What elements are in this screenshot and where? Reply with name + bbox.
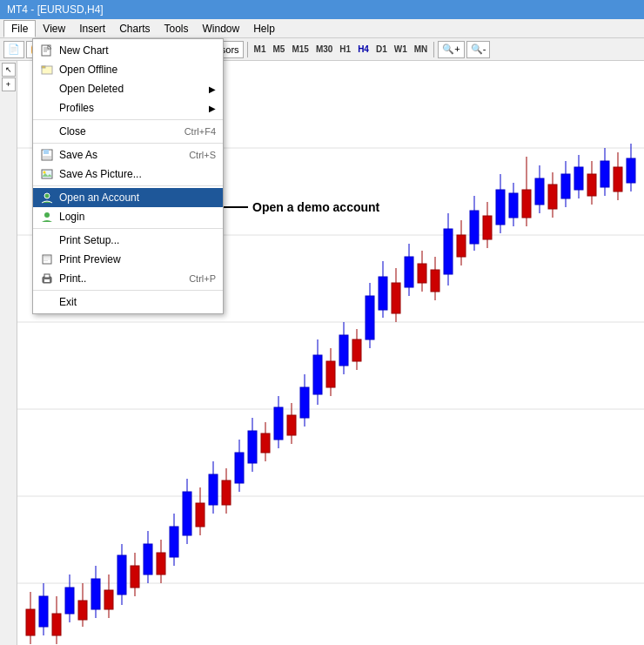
print-setup-label: Print Setup... <box>59 234 119 246</box>
annotation: Open a demo account <box>213 200 379 214</box>
menu-item-new-chart[interactable]: New Chart <box>33 41 223 60</box>
new-chart-icon <box>40 44 54 57</box>
svg-rect-77 <box>483 216 492 239</box>
svg-rect-63 <box>392 283 400 313</box>
profiles-icon <box>40 101 54 115</box>
menu-bar: File View Insert Charts Tools Window Hel… <box>0 19 644 38</box>
svg-rect-117 <box>44 259 50 259</box>
svg-rect-21 <box>117 555 126 595</box>
separator-4 <box>33 228 223 229</box>
menu-item-print[interactable]: Print.. Ctrl+P <box>33 269 223 288</box>
tf-m30[interactable]: M30 <box>313 44 335 55</box>
crosshair-btn[interactable]: + <box>2 77 16 91</box>
tf-d1[interactable]: D1 <box>373 44 390 55</box>
svg-rect-97 <box>614 167 622 191</box>
separator-1 <box>33 119 223 120</box>
annotation-text: Open a demo account <box>252 200 379 214</box>
svg-rect-118 <box>44 260 48 261</box>
close-label: Close <box>59 125 86 138</box>
menu-insert[interactable]: Insert <box>72 21 112 37</box>
open-account-icon <box>40 191 54 205</box>
svg-rect-31 <box>183 492 191 535</box>
menu-tools[interactable]: Tools <box>158 21 196 37</box>
file-menu: New Chart Open Offline Open Deleted ▶ Pr… <box>32 38 224 314</box>
svg-rect-29 <box>170 527 178 557</box>
print-setup-icon <box>40 233 54 247</box>
svg-rect-83 <box>522 190 531 218</box>
menu-file[interactable]: File <box>3 20 36 37</box>
svg-rect-109 <box>43 156 51 159</box>
close-shortcut: Ctrl+F4 <box>184 126 216 137</box>
print-shortcut: Ctrl+P <box>189 273 216 284</box>
svg-rect-116 <box>44 256 50 258</box>
menu-charts[interactable]: Charts <box>112 21 157 37</box>
toolbar-new-chart[interactable]: 📄 <box>3 41 24 58</box>
svg-rect-13 <box>65 588 74 614</box>
menu-item-save-as[interactable]: Save As Ctrl+S <box>33 145 223 165</box>
tf-m5[interactable]: M5 <box>271 44 288 55</box>
svg-rect-39 <box>235 453 244 483</box>
svg-rect-19 <box>104 590 113 609</box>
tf-m1[interactable]: M1 <box>252 44 269 55</box>
svg-rect-47 <box>287 415 296 435</box>
svg-rect-7 <box>26 609 35 635</box>
separator3 <box>247 42 248 57</box>
title-text: MT4 - [EURUSD,H4] <box>7 3 104 16</box>
svg-rect-43 <box>261 433 270 453</box>
svg-rect-57 <box>352 339 361 361</box>
menu-item-open-account[interactable]: Open an Account <box>33 188 223 207</box>
tf-h4[interactable]: H4 <box>355 44 372 55</box>
menu-window[interactable]: Window <box>196 21 247 37</box>
menu-item-login[interactable]: Login <box>33 207 223 226</box>
zoom-in-btn[interactable]: 🔍+ <box>438 41 464 58</box>
separator-2 <box>33 143 223 144</box>
svg-rect-59 <box>366 296 374 339</box>
menu-view[interactable]: View <box>36 21 72 37</box>
menu-item-exit[interactable]: Exit <box>33 292 223 312</box>
svg-rect-49 <box>300 387 309 418</box>
print-preview-label: Print Preview <box>59 253 121 265</box>
exit-label: Exit <box>59 296 77 308</box>
close-menu-icon <box>40 124 54 138</box>
svg-rect-81 <box>509 193 518 218</box>
menu-item-open-offline[interactable]: Open Offline <box>33 60 223 79</box>
tf-h1[interactable]: H1 <box>337 44 353 55</box>
menu-help[interactable]: Help <box>246 21 282 37</box>
menu-item-save-as-picture[interactable]: Save As Picture... <box>33 165 223 184</box>
save-as-shortcut: Ctrl+S <box>189 150 216 160</box>
svg-rect-9 <box>39 596 48 627</box>
zoom-out-btn[interactable]: 🔍- <box>466 41 491 58</box>
open-offline-label: Open Offline <box>59 64 117 76</box>
svg-rect-95 <box>600 161 609 187</box>
menu-item-profiles[interactable]: Profiles ▶ <box>33 98 223 118</box>
svg-rect-17 <box>91 579 100 609</box>
svg-rect-11 <box>52 614 61 635</box>
tf-mn[interactable]: MN <box>412 44 431 55</box>
svg-rect-79 <box>496 190 505 225</box>
svg-rect-108 <box>44 150 49 154</box>
print-icon <box>40 272 54 286</box>
open-offline-icon <box>40 63 54 77</box>
svg-rect-110 <box>42 170 52 178</box>
svg-rect-35 <box>209 474 218 505</box>
tf-m15[interactable]: M15 <box>289 44 311 55</box>
cursor-btn[interactable]: ↖ <box>2 63 16 77</box>
svg-rect-33 <box>196 503 205 527</box>
separator-3 <box>33 185 223 186</box>
svg-rect-23 <box>131 566 139 588</box>
svg-rect-120 <box>44 274 50 278</box>
svg-rect-73 <box>457 235 466 257</box>
svg-rect-89 <box>561 174 570 198</box>
menu-item-print-preview[interactable]: Print Preview <box>33 250 223 269</box>
svg-rect-87 <box>548 185 557 209</box>
menu-item-close[interactable]: Close Ctrl+F4 <box>33 122 223 141</box>
open-deleted-label: Open Deleted <box>59 83 124 95</box>
menu-item-print-setup[interactable]: Print Setup... <box>33 231 223 250</box>
svg-rect-53 <box>326 361 335 387</box>
tf-w1[interactable]: W1 <box>392 44 410 55</box>
save-as-label: Save As <box>59 149 97 161</box>
open-account-label: Open an Account <box>59 191 139 204</box>
open-deleted-icon <box>40 82 54 96</box>
separator4 <box>433 42 434 57</box>
menu-item-open-deleted[interactable]: Open Deleted ▶ <box>33 79 223 98</box>
